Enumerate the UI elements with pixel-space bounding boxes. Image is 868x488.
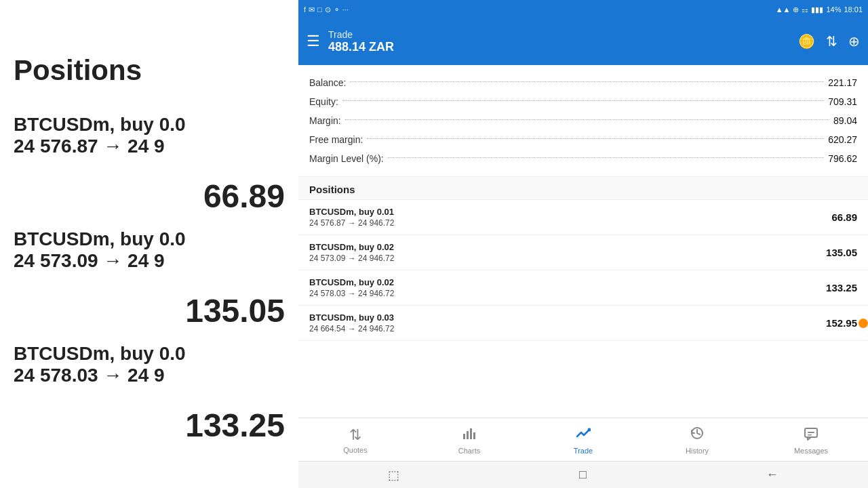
summary-row-0: Balance: 221.17 (309, 73, 857, 92)
summary-row-4: Margin Level (%): 796.62 (309, 149, 857, 168)
position-details-1: BTCUSDm, buy 0.02 24 573.09 → 24 946.72 (309, 242, 394, 263)
positions-section-header: Positions (298, 177, 868, 200)
position-item-2[interactable]: BTCUSDm, buy 0.02 24 578.03 → 24 946.72 … (298, 270, 868, 305)
summary-value-1: 709.31 (828, 96, 857, 107)
summary-section: Balance: 221.17 Equity: 709.31 Margin: 8… (298, 65, 868, 177)
position-name-0: BTCUSDm, buy 0.01 (309, 207, 394, 217)
summary-dots-2 (345, 119, 829, 120)
header-title-group: Trade 488.14 ZAR (328, 29, 394, 54)
position-wrapper-3: BTCUSDm, buy 0.03 24 664.54 → 24 946.72 … (298, 306, 868, 341)
signal-icon: ▲▲ (776, 5, 791, 14)
back-icon[interactable]: ← (766, 468, 778, 482)
search-icon: ⊙ (325, 5, 331, 14)
position-indicator-dot (859, 319, 868, 328)
dot-icon: ⚬ (334, 5, 340, 14)
position-profit-1: 135.05 (826, 247, 857, 258)
position-wrapper-1: BTCUSDm, buy 0.02 24 573.09 → 24 946.72 … (298, 235, 868, 270)
position-details-2: BTCUSDm, buy 0.02 24 578.03 → 24 946.72 (309, 277, 394, 298)
summary-label-2: Margin: (309, 115, 341, 126)
transfer-icon[interactable]: ⇅ (826, 33, 837, 49)
header-left: ☰ Trade 488.14 ZAR (307, 29, 394, 54)
nav-charts[interactable]: Charts (412, 426, 526, 455)
summary-value-3: 620.27 (828, 134, 857, 145)
menu-icon[interactable]: ☰ (307, 33, 320, 50)
position-item-0[interactable]: BTCUSDm, buy 0.01 24 576.87 → 24 946.72 … (298, 200, 868, 235)
position-name-1: BTCUSDm, buy 0.02 (309, 242, 394, 252)
wifi-icon: ⊕ (793, 5, 799, 14)
fb-icon: f (304, 5, 306, 14)
trade-label: Trade (574, 447, 593, 455)
svg-rect-0 (463, 434, 465, 439)
messages-icon (804, 426, 818, 445)
svg-rect-1 (467, 431, 469, 439)
position-wrapper-2: BTCUSDm, buy 0.02 24 578.03 → 24 946.72 … (298, 270, 868, 306)
home-icon[interactable]: □ (579, 468, 587, 482)
carrier-icon: ⚏ (802, 5, 808, 14)
background-panel: Positions BTCUSDm, buy 0.0 24 576.87 → 2… (0, 0, 298, 488)
nav-messages[interactable]: Messages (754, 426, 868, 455)
summary-dots-4 (388, 157, 824, 158)
position-wrapper-0: BTCUSDm, buy 0.01 24 576.87 → 24 946.72 … (298, 200, 868, 235)
add-icon[interactable]: ⊕ (848, 33, 860, 49)
main-panel: f ✉ □ ⊙ ⚬ ··· ▲▲ ⊕ ⚏ ▮▮▮ 14% 18:01 ☰ Tra… (298, 0, 868, 488)
trade-icon (576, 426, 591, 445)
card-icon[interactable]: 🪙 (798, 33, 815, 49)
status-bar: f ✉ □ ⊙ ⚬ ··· ▲▲ ⊕ ⚏ ▮▮▮ 14% 18:01 (298, 0, 868, 19)
time-display: 18:01 (844, 5, 863, 14)
bg-title: Positions (14, 54, 285, 87)
quotes-label: Quotes (343, 446, 367, 454)
nav-history[interactable]: History (640, 426, 754, 455)
charts-label: Charts (458, 447, 480, 455)
status-icons-left: f ✉ □ ⊙ ⚬ ··· (304, 5, 349, 14)
android-nav-bar: ⬚ □ ← (298, 461, 868, 488)
app-header: ☰ Trade 488.14 ZAR 🪙 ⇅ ⊕ (298, 19, 868, 65)
bg-profit-1: 66.89 (14, 178, 285, 215)
position-prices-2: 24 578.03 → 24 946.72 (309, 289, 394, 298)
position-prices-0: 24 576.87 → 24 946.72 (309, 218, 394, 228)
summary-value-2: 89.04 (833, 115, 857, 126)
bg-profit-3: 133.25 (14, 407, 285, 444)
signal-bars: ▮▮▮ (811, 5, 823, 14)
bg-position-2: BTCUSDm, buy 0.0 24 573.09 → 24 9 (14, 228, 285, 272)
position-item-3[interactable]: BTCUSDm, buy 0.03 24 664.54 → 24 946.72 … (298, 306, 868, 341)
nav-quotes[interactable]: ⇅ Quotes (298, 426, 412, 454)
svg-rect-8 (808, 434, 812, 436)
bg-position-1: BTCUSDm, buy 0.0 24 576.87 → 24 9 (14, 114, 285, 157)
bottom-nav: ⇅ Quotes Charts Trade (298, 418, 868, 461)
position-details-0: BTCUSDm, buy 0.01 24 576.87 → 24 946.72 (309, 207, 394, 228)
position-prices-1: 24 573.09 → 24 946.72 (309, 253, 394, 263)
bg-profit-2: 135.05 (14, 292, 285, 329)
history-label: History (686, 447, 709, 455)
status-icons-right: ▲▲ ⊕ ⚏ ▮▮▮ 14% 18:01 (776, 5, 863, 14)
position-name-3: BTCUSDm, buy 0.03 (309, 312, 394, 323)
position-profit-0: 66.89 (831, 211, 857, 223)
header-title: Trade (328, 29, 394, 40)
position-details-3: BTCUSDm, buy 0.03 24 664.54 → 24 946.72 (309, 312, 394, 333)
messages-label: Messages (794, 447, 828, 455)
battery-level: 14% (826, 5, 841, 14)
summary-label-0: Balance: (309, 77, 346, 88)
header-balance: 488.14 ZAR (328, 40, 394, 54)
header-actions: 🪙 ⇅ ⊕ (798, 33, 860, 49)
app-icon: □ (317, 5, 322, 14)
summary-row-2: Margin: 89.04 (309, 111, 857, 130)
charts-icon (462, 426, 477, 445)
summary-label-4: Margin Level (%): (309, 153, 384, 164)
bg-position-3: BTCUSDm, buy 0.0 24 578.03 → 24 9 (14, 343, 285, 386)
summary-dots-0 (350, 81, 824, 82)
msg-icon: ✉ (309, 5, 315, 14)
svg-rect-7 (808, 432, 814, 433)
summary-value-0: 221.17 (828, 77, 857, 88)
positions-list: BTCUSDm, buy 0.01 24 576.87 → 24 946.72 … (298, 200, 868, 341)
summary-dots-3 (367, 138, 824, 139)
position-item-1[interactable]: BTCUSDm, buy 0.02 24 573.09 → 24 946.72 … (298, 235, 868, 270)
position-prices-3: 24 664.54 → 24 946.72 (309, 324, 394, 333)
summary-row-3: Free margin: 620.27 (309, 130, 857, 149)
recent-apps-icon[interactable]: ⬚ (388, 468, 399, 483)
summary-label-3: Free margin: (309, 134, 363, 145)
summary-row-1: Equity: 709.31 (309, 92, 857, 111)
position-profit-2: 133.25 (826, 282, 857, 293)
summary-label-1: Equity: (309, 96, 338, 107)
nav-trade[interactable]: Trade (526, 426, 640, 455)
history-icon (690, 426, 705, 445)
